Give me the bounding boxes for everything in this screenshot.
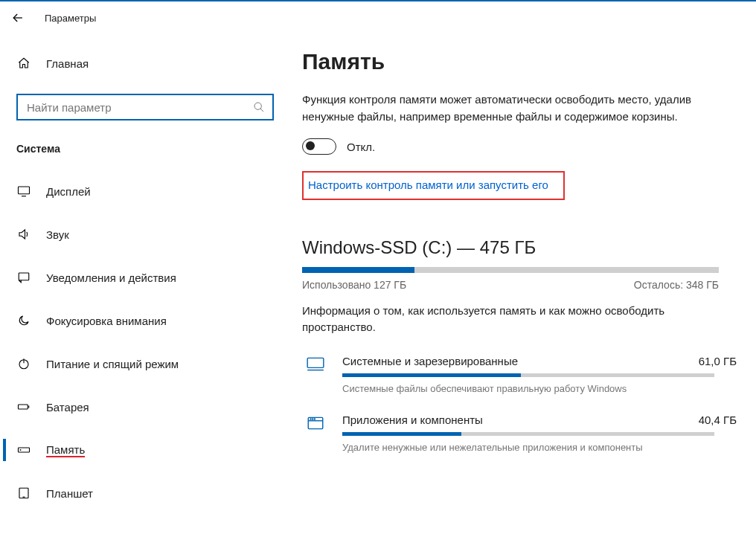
- window-header: Параметры: [0, 1, 756, 34]
- svg-rect-8: [307, 358, 324, 367]
- category-bar: [342, 432, 714, 436]
- svg-rect-4: [19, 405, 28, 409]
- home-icon: [16, 57, 31, 70]
- drive-free-label: Осталось: 348 ГБ: [634, 279, 719, 291]
- configure-storage-sense-link[interactable]: Настроить контроль памяти или запустить …: [302, 171, 565, 200]
- search-icon: [253, 101, 265, 113]
- sidebar-item-display[interactable]: Дисплей: [16, 176, 287, 207]
- sidebar: Главная Система Дисплей Звук Уведомления…: [0, 34, 295, 534]
- desktop-icon: [302, 355, 329, 374]
- category-bar-fill: [342, 432, 461, 436]
- storage-sense-description: Функция контроля памяти может автоматиче…: [302, 91, 740, 125]
- svg-point-12: [314, 419, 315, 419]
- category-title: Системные и зарезервированные: [342, 355, 518, 367]
- category-apps[interactable]: Приложения и компоненты 40,4 ГБ Удалите …: [302, 414, 740, 453]
- arrow-left-icon: [10, 10, 25, 25]
- power-icon: [16, 357, 31, 370]
- sidebar-item-label: Дисплей: [46, 185, 91, 198]
- category-desc: Системные файлы обеспечивают правильную …: [342, 383, 740, 394]
- apps-icon: [302, 414, 329, 433]
- sidebar-item-label: Планшет: [46, 487, 93, 500]
- sidebar-item-label: Уведомления и действия: [46, 271, 176, 284]
- battery-icon: [16, 400, 31, 414]
- svg-point-10: [310, 419, 311, 419]
- svg-point-6: [20, 450, 21, 451]
- sidebar-item-label: Память: [46, 443, 85, 457]
- search-box[interactable]: [16, 94, 274, 120]
- drive-used-label: Использовано 127 ГБ: [302, 279, 406, 291]
- drive-title: Windows-SSD (C:) — 475 ГБ: [302, 237, 740, 258]
- notifications-icon: [16, 271, 31, 284]
- storage-sense-toggle[interactable]: [302, 138, 336, 155]
- category-size: 40,4 ГБ: [699, 414, 737, 426]
- category-size: 61,0 ГБ: [699, 355, 737, 367]
- svg-point-0: [254, 103, 261, 109]
- drive-info-text: Информация о том, как используется памят…: [302, 303, 740, 335]
- window-title: Параметры: [45, 13, 96, 24]
- storage-sense-toggle-label: Откл.: [347, 141, 375, 153]
- category-system[interactable]: Системные и зарезервированные 61,0 ГБ Си…: [302, 355, 740, 394]
- svg-point-11: [313, 419, 313, 419]
- sidebar-item-label: Батарея: [46, 401, 89, 414]
- main-pane: Память Функция контроля памяти может авт…: [295, 34, 756, 534]
- drive-usage-bar: [302, 267, 719, 273]
- page-title: Память: [302, 49, 740, 74]
- sidebar-item-label: Звук: [46, 228, 69, 241]
- drive-usage-fill: [302, 267, 414, 273]
- sidebar-item-label: Питание и спящий режим: [46, 358, 179, 370]
- sidebar-item-tablet[interactable]: Планшет: [16, 477, 287, 509]
- sidebar-group-title: Система: [16, 143, 287, 155]
- display-icon: [16, 184, 31, 198]
- moon-icon: [16, 314, 31, 327]
- svg-rect-1: [19, 187, 30, 194]
- sidebar-item-focus[interactable]: Фокусировка внимания: [16, 305, 287, 336]
- svg-rect-2: [19, 273, 29, 280]
- sound-icon: [16, 228, 31, 241]
- category-bar-fill: [342, 373, 521, 377]
- storage-icon: [16, 443, 31, 457]
- sidebar-item-power[interactable]: Питание и спящий режим: [16, 348, 287, 379]
- category-desc: Удалите ненужные или нежелательные прило…: [342, 442, 740, 453]
- search-input[interactable]: [25, 100, 234, 115]
- tablet-icon: [16, 486, 31, 500]
- sidebar-item-notifications[interactable]: Уведомления и действия: [16, 262, 287, 293]
- sidebar-item-label: Фокусировка внимания: [46, 315, 167, 327]
- home-label: Главная: [46, 57, 89, 70]
- back-button[interactable]: [4, 4, 31, 31]
- category-bar: [342, 373, 714, 377]
- sidebar-item-sound[interactable]: Звук: [16, 219, 287, 250]
- sidebar-item-battery[interactable]: Батарея: [16, 391, 287, 422]
- category-title: Приложения и компоненты: [342, 414, 483, 426]
- home-link[interactable]: Главная: [16, 49, 287, 77]
- sidebar-item-storage[interactable]: Память: [16, 434, 287, 466]
